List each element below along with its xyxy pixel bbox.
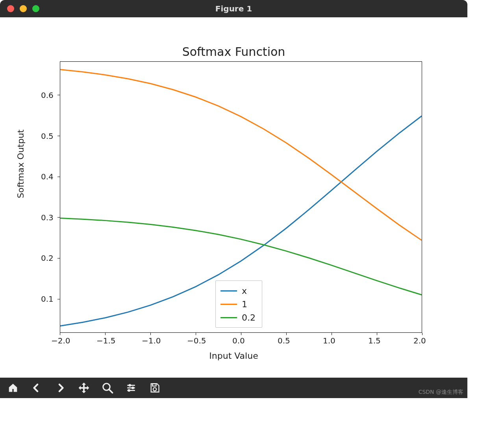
svg-point-5 xyxy=(132,387,134,389)
y-tick-label: 0.1 xyxy=(41,294,56,304)
forward-button[interactable] xyxy=(49,379,72,397)
move-icon xyxy=(78,382,90,394)
x-tick-label: 1.0 xyxy=(323,336,335,345)
x-tick-mark xyxy=(422,333,422,335)
y-tick-mark xyxy=(57,95,60,95)
save-button[interactable] xyxy=(143,379,166,397)
mpl-toolbar: CSDN @逢生博客 xyxy=(0,378,467,398)
y-axis-label: Softmax Output xyxy=(16,129,26,198)
svg-point-9 xyxy=(153,387,156,391)
y-tick-mark xyxy=(57,258,60,258)
legend-swatch xyxy=(220,317,237,318)
legend-item-x: x xyxy=(220,284,256,297)
y-tick-label: 0.4 xyxy=(41,172,56,181)
x-tick-label: 0.5 xyxy=(278,336,290,345)
legend-label: 0.2 xyxy=(242,313,256,323)
x-tick-label: −1.0 xyxy=(142,336,161,345)
x-tick-label: 1.5 xyxy=(368,336,381,345)
x-tick-mark xyxy=(377,333,377,335)
save-icon xyxy=(149,382,160,393)
chart-title: Softmax Function xyxy=(0,45,467,59)
plot-area: x 1 0.2 xyxy=(60,61,422,333)
back-button[interactable] xyxy=(25,379,48,397)
watermark-text: CSDN @逢生博客 xyxy=(419,389,463,396)
window-title: Figure 1 xyxy=(0,4,467,13)
pan-button[interactable] xyxy=(72,379,95,397)
figure-canvas[interactable]: Softmax Function Softmax Output Input Va… xyxy=(0,17,467,378)
legend-swatch xyxy=(220,304,237,305)
sliders-icon xyxy=(125,383,137,393)
home-button[interactable] xyxy=(2,379,24,397)
x-tick-label: −2.0 xyxy=(51,336,70,345)
x-tick-label: 2.0 xyxy=(413,336,426,345)
svg-rect-8 xyxy=(152,384,156,386)
arrow-left-icon xyxy=(31,383,43,393)
x-axis-label: Input Value xyxy=(0,351,467,361)
legend-item-0p2: 0.2 xyxy=(220,311,256,324)
x-tick-mark xyxy=(241,333,241,335)
x-tick-mark xyxy=(286,333,287,335)
y-tick-label: 0.2 xyxy=(41,253,56,263)
x-tick-mark xyxy=(196,333,196,335)
legend: x 1 0.2 xyxy=(215,280,262,328)
x-tick-mark xyxy=(332,333,332,335)
svg-point-3 xyxy=(129,384,131,386)
figure-window: Figure 1 Softmax Function Softmax Output… xyxy=(0,0,467,398)
y-tick-label: 0.3 xyxy=(41,213,56,222)
y-tick-mark xyxy=(57,217,60,218)
x-tick-label: 0.0 xyxy=(232,336,245,345)
series-1 xyxy=(60,70,422,240)
legend-swatch xyxy=(220,290,237,291)
y-tick-label: 0.6 xyxy=(41,90,56,100)
y-tick-label: 0.5 xyxy=(41,131,56,141)
legend-label: 1 xyxy=(242,299,247,309)
y-tick-mark xyxy=(57,177,60,177)
magnify-icon xyxy=(102,382,113,394)
x-tick-mark xyxy=(60,333,60,335)
x-tick-label: −0.5 xyxy=(187,336,206,345)
legend-item-1: 1 xyxy=(220,297,256,311)
legend-label: x xyxy=(242,286,247,296)
home-icon xyxy=(7,383,19,393)
x-tick-mark xyxy=(105,333,106,335)
x-tick-mark xyxy=(150,333,151,335)
svg-point-7 xyxy=(128,389,130,391)
y-tick-mark xyxy=(57,299,60,299)
configure-button[interactable] xyxy=(120,379,143,397)
arrow-right-icon xyxy=(54,383,66,393)
x-tick-label: −1.5 xyxy=(96,336,116,345)
svg-line-1 xyxy=(109,389,113,393)
window-titlebar: Figure 1 xyxy=(0,0,467,17)
y-tick-mark xyxy=(57,136,60,136)
zoom-button[interactable] xyxy=(96,379,119,397)
